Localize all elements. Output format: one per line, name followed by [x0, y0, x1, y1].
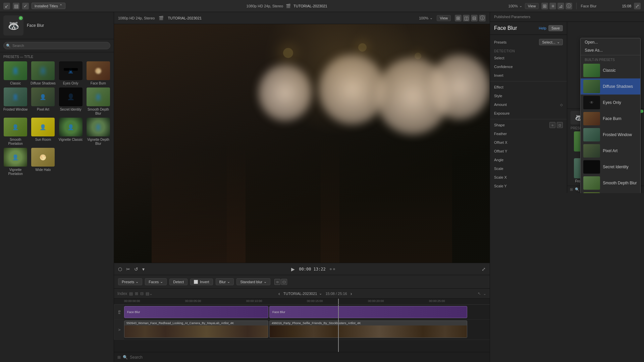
faces-toolbar-btn[interactable]: Faces ⌄: [145, 278, 167, 285]
preset-secret-label: Secret Identity: [60, 108, 82, 112]
video-clip-1[interactable]: 550943_Woman_Face_Redhead_Looking_At_Cam…: [124, 320, 268, 338]
preset-wide-halo[interactable]: 🌕 Wide Halo: [30, 148, 56, 176]
more-button[interactable]: ▾: [142, 266, 145, 272]
effect-toolbar: Presets ⌄ Faces ⌄ Detect Invert Blur ⌄: [114, 275, 490, 288]
select-dropdown[interactable]: Select... ⌄: [539, 39, 563, 45]
ruler-time-0: 00:00:00:00: [124, 299, 140, 303]
dropdown-open[interactable]: Open...: [581, 38, 640, 46]
nav-back-icon[interactable]: ↙: [3, 3, 10, 9]
play-button[interactable]: ▶: [291, 266, 295, 272]
video-clip-2[interactable]: 496016_Party_Phone_Selfie_Friends_By_Sto…: [269, 320, 467, 338]
clip-face-blur-1[interactable]: Face Blur: [124, 306, 268, 318]
shape-circle-btn-params[interactable]: ○: [549, 122, 555, 128]
thumb-strip-v1: [124, 325, 268, 338]
presets-toolbar-btn[interactable]: Presets ⌄: [118, 278, 142, 285]
help-link[interactable]: Help: [539, 26, 546, 30]
transform-button[interactable]: ⬡: [118, 266, 122, 272]
dropdown-save-as[interactable]: Save As...: [581, 46, 640, 54]
grid-icon[interactable]: ⊞: [541, 3, 548, 9]
preset-pixel-art[interactable]: 👤 Pixel Art: [30, 87, 56, 116]
preset-diffuse-label: Diffuse Shadows: [31, 81, 56, 85]
preset-right-frosted-label: Frosted Window: [603, 132, 632, 137]
grid-view-icon[interactable]: ⊞: [570, 187, 573, 192]
preset-pixel-label: Pixel Art: [37, 108, 49, 112]
layout-icon-3[interactable]: ⊟: [471, 15, 478, 21]
invert-toolbar-btn[interactable]: Invert: [190, 279, 213, 285]
param-offset-x: Offset X: [490, 138, 567, 147]
zoom-control[interactable]: 100% ⌄: [508, 4, 522, 8]
preset-right-eyes[interactable]: 👁 Eyes Only: [581, 95, 640, 111]
detect-toolbar-btn[interactable]: Detect: [169, 279, 187, 285]
shape-circle-btn[interactable]: ○: [274, 279, 280, 285]
zoom-select[interactable]: 100% ⌄: [419, 16, 433, 20]
media-icon[interactable]: ▤: [13, 3, 19, 9]
layout-icon-2[interactable]: ◫: [463, 15, 470, 21]
bottom-icon-search[interactable]: Search: [130, 355, 143, 360]
bottom-icon-2[interactable]: 🔍: [123, 355, 128, 360]
save-button-params[interactable]: Save: [548, 25, 563, 31]
resize-icon[interactable]: ⤢: [634, 3, 641, 9]
preset-eyes-only[interactable]: 👤 Eyes Only: [58, 61, 84, 85]
preset-classic[interactable]: 👤 Classic: [3, 61, 28, 85]
preset-right-pixel[interactable]: Pixel Art: [581, 143, 640, 159]
preset-frosted-window[interactable]: 👤 Frosted Window: [3, 87, 28, 116]
preset-right-smooth-pix[interactable]: Smooth Pixelation: [581, 191, 640, 193]
preset-right-classic[interactable]: Classic: [581, 62, 640, 78]
installed-titles-dropdown[interactable]: Installed Titles ⌃: [32, 3, 65, 9]
preset-smooth-depth[interactable]: 👤 Smooth Depth Blur: [86, 87, 111, 116]
preset-smooth-pixelation[interactable]: 👤 Smooth Pixelation: [3, 118, 28, 146]
preset-right-smooth-depth[interactable]: Smooth Depth Blur: [581, 175, 640, 191]
check-icon[interactable]: ✓: [22, 3, 29, 9]
preset-right-secret[interactable]: Secret Identity: [581, 159, 640, 175]
preset-secret-identity[interactable]: 👤 Secret Identity: [58, 87, 84, 116]
layout-icon-1[interactable]: ⊞: [455, 15, 462, 21]
angle-param-label: Angle: [494, 158, 563, 162]
dropdown-builtin-title: Built-In Presets: [581, 56, 640, 62]
select-tool-icon[interactable]: ↖: [478, 291, 481, 296]
preset-face-burn[interactable]: 🌕 Face Burn: [86, 61, 111, 85]
clip-face-blur-2[interactable]: Face Blur: [269, 306, 467, 318]
amount-keyframe-icon[interactable]: ◇: [560, 103, 563, 107]
invert-checkbox[interactable]: [194, 280, 198, 284]
prog-dot-1: [330, 268, 332, 270]
active-badge: ✓: [19, 16, 23, 20]
edit-button[interactable]: ✂: [126, 266, 130, 272]
blur-toolbar-btn[interactable]: Blur ⌄: [216, 278, 234, 285]
timeline-prev-btn[interactable]: ‹: [278, 291, 280, 296]
timeline-nav[interactable]: TUTORIAL-2023021 ⌄: [283, 291, 322, 296]
preset-vignette-depth[interactable]: 👤 Vignette Depth Blur: [86, 118, 111, 146]
lights-overlay: [114, 24, 490, 263]
search-icon: 🔍: [6, 44, 11, 48]
preset-right-secret-thumb: [583, 160, 600, 174]
preset-sun-thumb: 👤: [31, 118, 55, 136]
preset-right-burn[interactable]: Face Burn: [581, 111, 640, 127]
timeline-icon-4[interactable]: ▤⌄: [146, 291, 153, 296]
blade-tool-icon[interactable]: ⌄: [483, 291, 486, 296]
scale-param-label: Scale: [494, 167, 563, 171]
search-input[interactable]: [3, 42, 110, 49]
right-panel: Published Parameters Face Blur Help Save…: [490, 12, 644, 362]
shape-rect-btn[interactable]: □: [281, 279, 287, 285]
preset-sun-room[interactable]: 👤 Sun Room: [30, 118, 56, 146]
list-icon[interactable]: ≡: [549, 3, 556, 9]
info-icon-center[interactable]: ⓘ: [479, 15, 486, 21]
preset-right-diffuse[interactable]: Diffuse Shadows: [581, 78, 640, 95]
preset-vignette-classic[interactable]: 👤 Vignette Classic: [58, 118, 84, 146]
timeline-icon-2[interactable]: ⊞: [135, 291, 138, 296]
view-button-center[interactable]: View: [437, 15, 451, 21]
timeline-next-btn[interactable]: ›: [351, 291, 352, 296]
preset-right-frosted[interactable]: Frosted Window: [581, 127, 640, 143]
timeline-icon-1[interactable]: ▤: [129, 291, 133, 296]
rotate-button[interactable]: ↺: [134, 266, 138, 272]
preset-diffuse-shadows[interactable]: 👤 Diffuse Shadows: [30, 61, 56, 85]
standard-blur-btn[interactable]: Standard blur ⌄: [236, 278, 270, 285]
filter-icon[interactable]: ⊿: [557, 3, 564, 9]
search-icon-effect[interactable]: 🔍: [575, 187, 580, 192]
preset-vignette-pixelation[interactable]: 👤 Vignette Pixelation: [3, 148, 28, 176]
info-icon[interactable]: ⓘ: [566, 3, 572, 9]
bottom-icon-1[interactable]: ⊞: [117, 355, 121, 360]
fullscreen-button[interactable]: ⤢: [482, 266, 486, 272]
timeline-icon-3[interactable]: ⊟: [140, 291, 144, 296]
shape-rect-btn-params[interactable]: □: [557, 122, 563, 128]
view-button[interactable]: View: [525, 3, 539, 9]
